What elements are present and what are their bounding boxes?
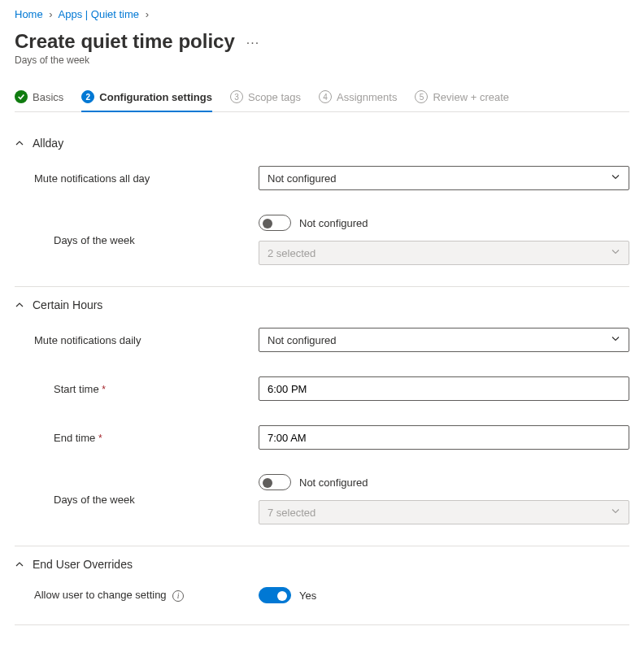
certain-end-input[interactable] xyxy=(259,425,629,450)
check-icon xyxy=(15,90,28,103)
tab-review-label: Review + create xyxy=(433,91,509,103)
certain-days-toggle[interactable] xyxy=(259,474,291,490)
allday-days-label: Days of the week xyxy=(15,234,259,246)
tab-scope-label: Scope tags xyxy=(248,91,301,103)
allday-mute-label: Mute notifications all day xyxy=(15,172,259,185)
tab-assignments[interactable]: 4 Assignments xyxy=(319,85,397,111)
step-number-icon: 4 xyxy=(319,90,332,103)
overrides-allow-toggle[interactable] xyxy=(259,587,291,603)
breadcrumb-home[interactable]: Home xyxy=(15,8,43,20)
step-number-icon: 2 xyxy=(81,90,94,103)
certain-mute-select[interactable]: Not configured xyxy=(259,328,629,352)
allday-days-toggle-label: Not configured xyxy=(299,217,368,229)
required-asterisk: * xyxy=(98,433,102,444)
section-title: Allday xyxy=(33,137,63,150)
certain-start-label: Start time * xyxy=(15,383,259,395)
toggle-knob xyxy=(263,478,272,488)
collapse-toggle[interactable] xyxy=(15,559,24,569)
certain-start-input[interactable] xyxy=(259,376,629,401)
allday-mute-select[interactable]: Not configured xyxy=(259,166,629,190)
toggle-knob xyxy=(277,591,287,601)
info-icon[interactable]: i xyxy=(172,590,184,602)
tab-assign-label: Assignments xyxy=(337,91,397,103)
breadcrumb-apps[interactable]: Apps | Quiet time xyxy=(59,8,139,20)
toggle-knob xyxy=(263,219,272,228)
section-allday: Allday Mute notifications all day Not co… xyxy=(15,125,629,287)
chevron-right-icon: › xyxy=(49,8,52,20)
chevron-up-icon xyxy=(15,300,24,310)
section-title: End User Overrides xyxy=(33,558,133,571)
allday-days-toggle[interactable] xyxy=(259,215,291,231)
more-actions-icon[interactable]: ··· xyxy=(246,31,259,50)
chevron-up-icon xyxy=(15,138,24,148)
certain-days-toggle-label: Not configured xyxy=(299,476,368,489)
tab-review-create[interactable]: 5 Review + create xyxy=(415,85,509,111)
tab-config-label: Configuration settings xyxy=(99,91,212,103)
section-end-user-overrides: End User Overrides Allow user to change … xyxy=(15,546,629,625)
collapse-toggle[interactable] xyxy=(15,300,24,310)
certain-days-label: Days of the week xyxy=(15,494,259,506)
step-number-icon: 5 xyxy=(415,90,428,103)
certain-days-select: 7 selected xyxy=(259,500,629,524)
tab-scope-tags[interactable]: 3 Scope tags xyxy=(230,85,301,111)
tab-basics-label: Basics xyxy=(33,91,63,103)
chevron-down-icon xyxy=(611,507,620,519)
page-subtitle: Days of the week xyxy=(15,54,629,66)
allday-days-select: 2 selected xyxy=(259,241,629,265)
step-number-icon: 3 xyxy=(230,90,243,103)
wizard-tabs: Basics 2 Configuration settings 3 Scope … xyxy=(15,85,629,112)
required-asterisk: * xyxy=(102,384,106,395)
overrides-allow-label: Allow user to change setting i xyxy=(15,589,259,602)
breadcrumb: Home › Apps | Quiet time › xyxy=(15,8,629,20)
chevron-down-icon xyxy=(611,334,620,346)
overrides-allow-toggle-label: Yes xyxy=(299,590,316,602)
chevron-down-icon xyxy=(611,172,620,185)
tab-configuration-settings[interactable]: 2 Configuration settings xyxy=(81,85,212,111)
page-title: Create quiet time policy xyxy=(15,30,235,53)
tab-basics[interactable]: Basics xyxy=(15,85,63,111)
certain-mute-label: Mute notifications daily xyxy=(15,334,259,346)
chevron-right-icon: › xyxy=(146,8,149,20)
collapse-toggle[interactable] xyxy=(15,138,24,148)
chevron-up-icon xyxy=(15,559,24,569)
chevron-down-icon xyxy=(611,247,620,259)
section-certain-hours: Certain Hours Mute notifications daily N… xyxy=(15,287,629,546)
certain-end-label: End time * xyxy=(15,432,259,444)
section-title: Certain Hours xyxy=(33,298,102,311)
